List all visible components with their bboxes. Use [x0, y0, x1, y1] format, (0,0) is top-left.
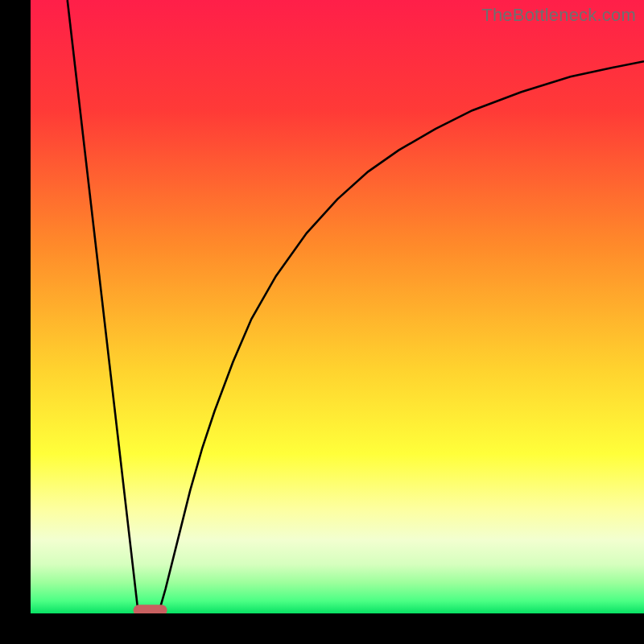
frame-border-bottom	[0, 613, 644, 644]
chart-container: TheBottleneck.com	[0, 0, 644, 644]
attribution-label: TheBottleneck.com	[481, 5, 636, 26]
bottleneck-chart	[0, 0, 644, 644]
frame-border-left	[0, 0, 31, 644]
plot-background	[31, 0, 644, 613]
